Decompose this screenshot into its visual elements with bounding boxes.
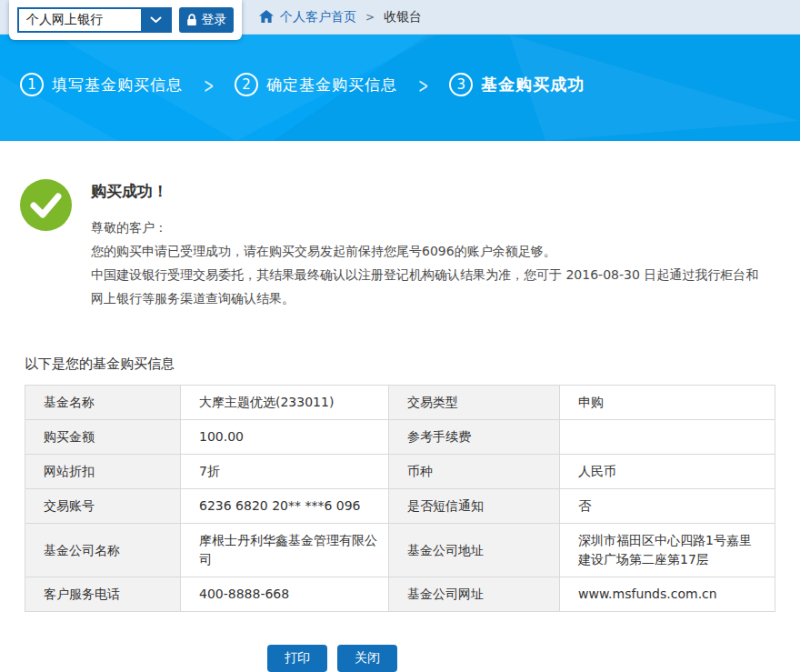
- success-line-2: 中国建设银行受理交易委托，其结果最终确认以注册登记机构确认结果为准，您可于 20…: [91, 263, 771, 310]
- field-value: www.msfunds.com.cn: [560, 577, 775, 612]
- purchase-info-table: 基金名称 大摩主题优选(233011) 交易类型 申购 购买金额 100.00 …: [25, 385, 775, 612]
- field-value: 摩根士丹利华鑫基金管理有限公司: [181, 524, 389, 577]
- table-row: 基金名称 大摩主题优选(233011) 交易类型 申购: [25, 386, 775, 420]
- step-2-label: 确定基金购买信息: [266, 75, 397, 95]
- step-indicator: 1 填写基金购买信息 > 2 确定基金购买信息 > 3 基金购买成功: [0, 35, 800, 96]
- chevron-down-icon[interactable]: [141, 9, 170, 31]
- table-row: 网站折扣 7折 币种 人民币: [25, 455, 775, 489]
- breadcrumb-separator: >: [365, 11, 375, 24]
- section-title: 以下是您的基金购买信息: [25, 356, 800, 373]
- success-greeting: 尊敬的客户：: [91, 216, 771, 239]
- success-text: 购买成功！ 尊敬的客户： 您的购买申请已受理成功，请在购买交易发起前保持您尾号6…: [91, 179, 771, 310]
- close-button[interactable]: 关闭: [337, 645, 397, 672]
- banner: 1 填写基金购买信息 > 2 确定基金购买信息 > 3 基金购买成功: [0, 35, 800, 141]
- field-label: 基金名称: [25, 386, 181, 420]
- lock-icon: [186, 14, 197, 26]
- step-2: 2 确定基金购买信息: [235, 73, 397, 96]
- field-value: 人民币: [560, 455, 775, 489]
- table-row: 交易账号 6236 6820 20** ***6 096 是否短信通知 否: [25, 489, 775, 524]
- login-panel: 个人网上银行 登录: [9, 0, 242, 40]
- field-label: 参考手续费: [389, 420, 560, 455]
- login-button-label: 登录: [202, 12, 227, 28]
- breadcrumb-home-link[interactable]: 个人客户首页: [280, 9, 356, 25]
- step-3-label: 基金购买成功: [481, 74, 585, 95]
- step-separator-icon: >: [418, 73, 428, 96]
- success-line-1: 您的购买申请已受理成功，请在购买交易发起前保持您尾号6096的账户余额足够。: [91, 239, 771, 263]
- field-label: 基金公司网址: [389, 577, 560, 612]
- step-1: 1 填写基金购买信息: [20, 73, 183, 96]
- table-row: 客户服务电话 400-8888-668 基金公司网址 www.msfunds.c…: [25, 577, 775, 612]
- table-row: 基金公司名称 摩根士丹利华鑫基金管理有限公司 基金公司地址 深圳市福田区中心四路…: [25, 524, 775, 577]
- field-value: 400-8888-668: [181, 577, 389, 612]
- field-label: 购买金额: [25, 420, 181, 455]
- field-label: 是否短信通知: [389, 489, 560, 524]
- step-separator-icon: >: [204, 73, 214, 96]
- print-button[interactable]: 打印: [267, 645, 327, 672]
- field-value: 6236 6820 20** ***6 096: [181, 489, 389, 524]
- field-value: 深圳市福田区中心四路1号嘉里建设广场第二座第17层: [560, 524, 775, 577]
- field-value: 100.00: [181, 420, 389, 455]
- field-value: 大摩主题优选(233011): [181, 386, 389, 420]
- field-label: 交易类型: [389, 386, 560, 420]
- step-3-active: 3 基金购买成功: [449, 73, 585, 96]
- field-label: 网站折扣: [25, 455, 181, 489]
- field-label: 客户服务电话: [25, 577, 181, 612]
- site-select[interactable]: 个人网上银行: [17, 7, 172, 33]
- action-buttons: 打印 关闭: [267, 645, 800, 672]
- home-icon[interactable]: [259, 10, 274, 24]
- field-label: 基金公司地址: [389, 524, 560, 577]
- step-1-number: 1: [20, 73, 44, 96]
- step-2-number: 2: [235, 73, 258, 96]
- login-button[interactable]: 登录: [179, 7, 234, 33]
- field-value: 否: [560, 489, 775, 524]
- field-label: 交易账号: [25, 489, 181, 524]
- breadcrumb-current: 收银台: [384, 9, 422, 25]
- field-label: 基金公司名称: [25, 524, 181, 577]
- field-value: 申购: [560, 386, 775, 420]
- field-value: 7折: [181, 455, 389, 489]
- table-row: 购买金额 100.00 参考手续费: [25, 420, 775, 455]
- field-value: [560, 420, 775, 455]
- success-message: 购买成功！ 尊敬的客户： 您的购买申请已受理成功，请在购买交易发起前保持您尾号6…: [20, 179, 791, 310]
- success-title: 购买成功！: [91, 181, 771, 202]
- success-check-icon: [20, 179, 72, 231]
- step-3-number: 3: [449, 73, 473, 96]
- field-label: 币种: [389, 455, 560, 489]
- step-1-label: 填写基金购买信息: [52, 75, 183, 95]
- site-select-value: 个人网上银行: [19, 12, 141, 28]
